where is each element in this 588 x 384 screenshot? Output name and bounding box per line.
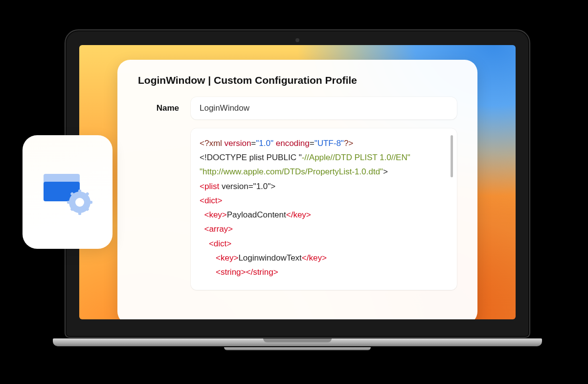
laptop-notch	[263, 338, 332, 342]
eq2: =	[310, 139, 315, 148]
string-open: <string>	[216, 267, 246, 277]
svg-point-11	[75, 198, 84, 207]
xml-decl-open: <?xml	[200, 139, 222, 148]
card-title: LoginWindow | Custom Configuration Profi…	[138, 74, 457, 86]
svg-rect-4	[78, 210, 81, 215]
doctype-pre: <!DOCTYPE plist PUBLIC "	[200, 153, 302, 162]
camera-dot	[295, 38, 299, 42]
name-label: Name	[138, 103, 179, 113]
svg-rect-5	[67, 201, 72, 204]
xml-decl-close: ?>	[344, 139, 353, 148]
code-editor[interactable]: <?xml version="1.0" encoding="UTF-8"?> <…	[191, 128, 457, 290]
key-open-1: <key>	[204, 210, 226, 219]
key-open-2: <key>	[216, 253, 238, 263]
svg-rect-6	[88, 201, 92, 204]
xml-version-val: "1.0"	[256, 139, 273, 148]
xml-version-attr: version	[222, 139, 251, 148]
payload-content-text: PayloadContent	[227, 210, 286, 219]
plist-attrs: version="1.0">	[219, 182, 275, 191]
doctype-post: >	[383, 167, 388, 176]
scrollbar-thumb[interactable]	[451, 135, 453, 177]
key-close-2: </key>	[302, 253, 327, 263]
config-icon-tile	[23, 135, 113, 249]
code-content: <?xml version="1.0" encoding="UTF-8"?> <…	[200, 136, 444, 279]
name-input[interactable]	[191, 97, 457, 120]
key-close-1: </key>	[286, 210, 311, 219]
laptop-screen: LoginWindow | Custom Configuration Profi…	[79, 45, 516, 319]
array-open: <array>	[204, 224, 233, 234]
laptop-base	[53, 338, 542, 346]
laptop-bezel: LoginWindow | Custom Configuration Profi…	[65, 29, 530, 338]
loginwindow-text: LoginwindowText	[238, 253, 301, 263]
laptop-foot	[224, 347, 371, 350]
dict-open-2: <dict>	[209, 239, 231, 248]
xml-encoding-val: "UTF-8"	[315, 139, 344, 148]
plist-open: <plist	[200, 182, 219, 191]
xml-encoding-attr: encoding	[273, 139, 310, 148]
config-card: LoginWindow | Custom Configuration Profi…	[117, 60, 477, 319]
dict-open: <dict>	[200, 196, 222, 205]
config-profile-icon	[41, 165, 94, 219]
string-close: </string>	[246, 267, 278, 277]
eq1: =	[251, 139, 256, 148]
laptop-frame: LoginWindow | Custom Configuration Profi…	[65, 29, 530, 350]
name-row: Name	[138, 97, 457, 120]
svg-rect-3	[78, 190, 81, 194]
